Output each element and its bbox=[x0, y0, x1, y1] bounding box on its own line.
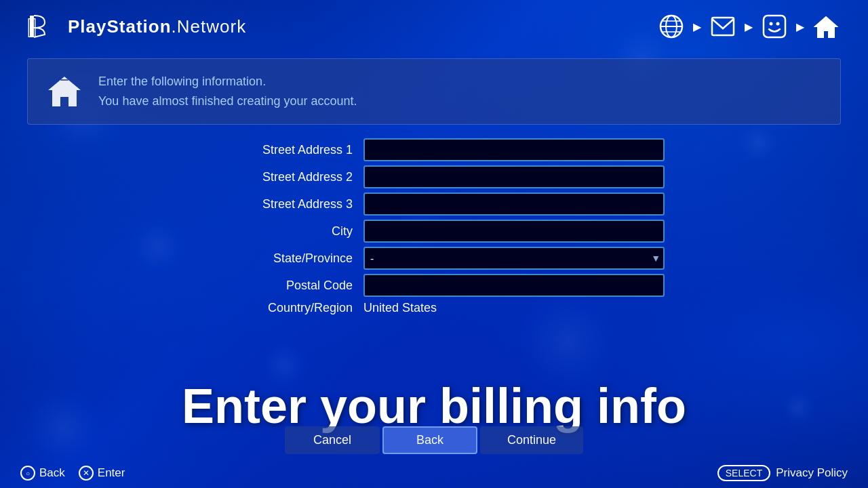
form-container: Street Address 1 Street Address 2 Street… bbox=[0, 138, 868, 315]
city-input[interactable] bbox=[363, 220, 665, 243]
bottom-buttons: Cancel Back Continue bbox=[0, 426, 868, 454]
psn-logo:  PlayStation.Network bbox=[27, 10, 246, 43]
playstation-symbol:  bbox=[27, 10, 60, 43]
psn-logo-text: PlayStation.Network bbox=[68, 16, 246, 37]
state-label: State/Province bbox=[203, 251, 353, 266]
street-address-2-label: Street Address 2 bbox=[203, 170, 353, 184]
street-address-1-row: Street Address 1 bbox=[203, 138, 665, 161]
street-address-2-row: Street Address 2 bbox=[203, 165, 665, 188]
cancel-button[interactable]: Cancel bbox=[285, 426, 380, 454]
state-select[interactable]: - Alabama Alaska Arizona California Flor… bbox=[363, 247, 665, 270]
overlay-text: Enter your billing info bbox=[0, 378, 868, 434]
postal-code-input[interactable] bbox=[363, 274, 665, 297]
nav-arrow-2: ▶ bbox=[745, 20, 753, 33]
banner-home-icon bbox=[44, 71, 85, 112]
footer-right: SELECT Privacy Policy bbox=[717, 465, 848, 481]
street-address-3-input[interactable] bbox=[363, 192, 665, 216]
face-icon bbox=[760, 12, 789, 41]
x-icon: ✕ bbox=[79, 466, 94, 481]
country-label: Country/Region bbox=[203, 301, 353, 315]
circle-icon: ○ bbox=[20, 466, 35, 481]
street-address-1-label: Street Address 1 bbox=[203, 143, 353, 157]
svg-marker-12 bbox=[48, 77, 81, 106]
street-address-3-label: Street Address 3 bbox=[203, 197, 353, 211]
privacy-policy-label[interactable]: Privacy Policy bbox=[776, 466, 848, 480]
select-badge: SELECT bbox=[717, 465, 770, 481]
footer-controls: ○ Back ✕ Enter SELECT Privacy Policy bbox=[0, 465, 868, 481]
state-row: State/Province - Alabama Alaska Arizona … bbox=[203, 247, 665, 270]
banner-text: Enter the following information. You hav… bbox=[98, 72, 357, 111]
enter-control: ✕ Enter bbox=[79, 466, 125, 481]
street-address-3-row: Street Address 3 bbox=[203, 192, 665, 216]
header:  PlayStation.Network bbox=[0, 0, 868, 53]
nav-arrow-3: ▶ bbox=[796, 20, 804, 33]
back-button[interactable]: Back bbox=[382, 426, 477, 454]
footer-left: ○ Back ✕ Enter bbox=[20, 466, 125, 481]
country-value: United States bbox=[363, 301, 437, 315]
svg-rect-1 bbox=[30, 16, 34, 37]
enter-control-label: Enter bbox=[98, 466, 125, 480]
city-label: City bbox=[203, 224, 353, 239]
svg-point-9 bbox=[770, 22, 773, 26]
svg-marker-11 bbox=[815, 17, 837, 37]
postal-code-row: Postal Code bbox=[203, 274, 665, 297]
main-content:  PlayStation.Network bbox=[0, 0, 868, 488]
state-select-wrapper: - Alabama Alaska Arizona California Flor… bbox=[363, 247, 665, 270]
street-address-1-input[interactable] bbox=[363, 138, 665, 161]
svg-rect-7 bbox=[712, 18, 734, 35]
street-address-2-input[interactable] bbox=[363, 165, 665, 188]
home-nav-icon bbox=[811, 12, 841, 41]
back-control: ○ Back bbox=[20, 466, 65, 481]
svg-rect-13 bbox=[60, 79, 68, 81]
city-row: City bbox=[203, 220, 665, 243]
globe-icon bbox=[656, 12, 686, 41]
nav-arrow-1: ▶ bbox=[693, 20, 701, 33]
country-row: Country/Region United States bbox=[203, 301, 665, 315]
svg-rect-8 bbox=[764, 16, 785, 37]
mail-icon bbox=[708, 12, 738, 41]
svg-point-10 bbox=[776, 22, 780, 26]
info-banner: Enter the following information. You hav… bbox=[27, 58, 841, 125]
postal-code-label: Postal Code bbox=[203, 279, 353, 293]
back-control-label: Back bbox=[39, 466, 65, 480]
continue-button[interactable]: Continue bbox=[480, 426, 583, 454]
nav-icons: ▶ ▶ ▶ bbox=[656, 12, 841, 41]
